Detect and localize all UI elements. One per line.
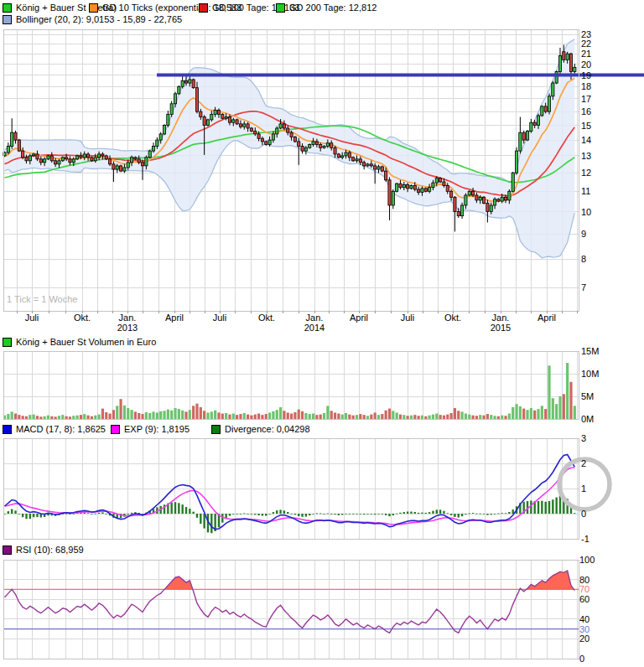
macd-grid xyxy=(3,438,579,539)
highlight-circle-annotation xyxy=(559,459,610,509)
rsi-panel xyxy=(3,571,579,633)
price-grid xyxy=(3,29,579,311)
macd-lines xyxy=(5,455,575,530)
divergence-histogram xyxy=(3,495,575,533)
volume-grid xyxy=(3,351,579,419)
volume-bars xyxy=(3,363,576,419)
bollinger-band xyxy=(5,39,575,258)
chart-canvas xyxy=(0,0,644,667)
stock-chart-page: 1 Tick = 1 Woche 23222120191817161514131… xyxy=(0,0,644,667)
